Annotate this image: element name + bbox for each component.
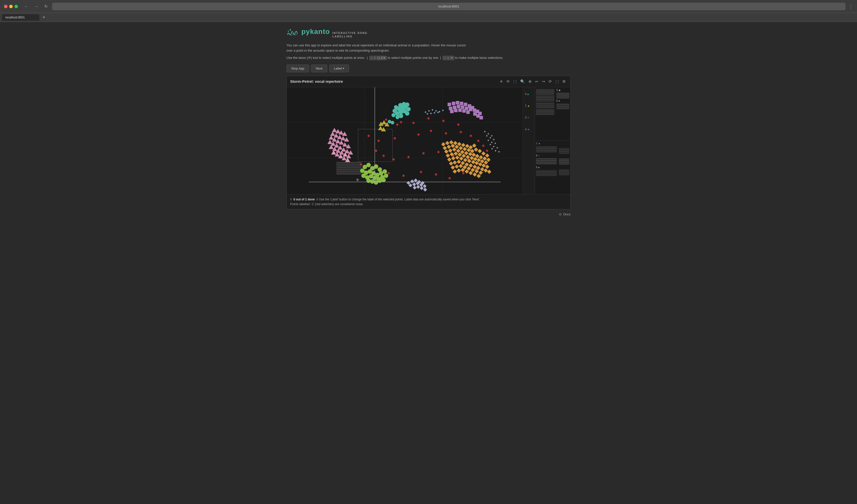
box-select-tool-button[interactable]: ⬚ — [512, 79, 518, 84]
next-button[interactable]: Next — [311, 65, 327, 72]
svg-text:✱: ✱ — [469, 134, 472, 138]
svg-point-227 — [366, 163, 371, 167]
legend-right-5: 5 — [556, 89, 558, 91]
redo-button[interactable]: ↪ — [541, 79, 547, 84]
svg-text:✱: ✱ — [375, 149, 377, 153]
label-dropdown-button[interactable]: Label — [329, 65, 349, 72]
forward-button[interactable]: → — [33, 3, 40, 10]
url-bar[interactable] — [52, 3, 845, 10]
svg-rect-86 — [463, 109, 466, 113]
svg-rect-83 — [450, 110, 454, 113]
legend-item-4: 4 ★ — [524, 128, 534, 131]
svg-point-245 — [366, 179, 371, 183]
svg-text:✱: ✱ — [367, 134, 370, 138]
svg-text:✱: ✱ — [437, 150, 440, 154]
svg-text:✱: ✱ — [377, 139, 380, 143]
svg-rect-158 — [472, 153, 476, 157]
logo-subtitle-line2: LABELLING — [332, 35, 367, 38]
legend-sym-9: ■ — [538, 166, 540, 169]
zoom-in-button[interactable]: ⊕ — [527, 79, 533, 84]
settings-tool-button[interactable]: ⚙ — [561, 79, 567, 84]
svg-text:✱: ✱ — [430, 129, 433, 133]
svg-point-244 — [384, 173, 388, 178]
svg-text:✦: ✦ — [426, 112, 429, 116]
svg-rect-174 — [447, 157, 451, 162]
legend-num-0: 0 — [524, 93, 526, 96]
logo-area: pykanto INTERACTIVE SONG LABELLING — [286, 27, 571, 39]
svg-text:✱: ✱ — [459, 130, 463, 134]
close-button[interactable] — [4, 5, 7, 8]
logo-text: pykanto INTERACTIVE SONG LABELLING — [301, 28, 367, 38]
toolbar: Stop App Next Label — [286, 65, 571, 72]
maximize-button[interactable] — [15, 5, 18, 8]
svg-rect-210 — [476, 174, 481, 178]
bottom-left-spec-column: 7 ▼ 8 + — [535, 141, 558, 195]
docs-link[interactable]: ⊙ Docs — [286, 212, 571, 216]
legend-sym-8: + — [538, 154, 540, 157]
legend-num-1: 1 — [524, 104, 526, 107]
left-spec-column — [535, 87, 555, 141]
svg-text:✱: ✱ — [462, 171, 465, 175]
svg-point-229 — [374, 164, 379, 169]
undo-button[interactable]: ↩ — [534, 79, 540, 84]
svg-rect-163 — [446, 153, 450, 157]
legend-right-9: 9 — [536, 166, 537, 169]
svg-marker-105 — [329, 135, 334, 139]
svg-text:✱: ✱ — [407, 155, 410, 159]
svg-point-53 — [392, 113, 396, 117]
svg-rect-150 — [485, 153, 489, 157]
svg-rect-176 — [455, 155, 459, 159]
svg-rect-204 — [453, 169, 457, 173]
svg-rect-80 — [473, 108, 476, 112]
svg-rect-173 — [484, 160, 488, 165]
svg-text:✱: ✱ — [417, 133, 420, 137]
svg-rect-259 — [423, 184, 427, 188]
legend-sidebar: 0 ● 1 ▲ 2 + — [523, 87, 535, 195]
svg-rect-67 — [448, 103, 451, 106]
svg-point-52 — [394, 105, 398, 109]
svg-text:✱: ✱ — [400, 120, 403, 124]
back-button[interactable]: ← — [23, 3, 30, 10]
svg-text:✦: ✦ — [487, 138, 490, 142]
svg-rect-90 — [480, 116, 483, 119]
lasso-tool-button[interactable]: ⟳ — [505, 79, 511, 84]
svg-rect-251 — [410, 180, 414, 183]
svg-text:✱: ✱ — [444, 131, 448, 135]
svg-text:✦: ✦ — [485, 134, 488, 138]
legend-sym-5: ◆ — [559, 89, 560, 91]
lavender-diamond-points — [406, 179, 427, 192]
svg-rect-205 — [457, 168, 461, 172]
reset-button[interactable]: ⟳ — [548, 79, 553, 84]
minimize-button[interactable] — [9, 5, 13, 8]
svg-text:✦: ✦ — [489, 142, 492, 147]
svg-rect-71 — [464, 103, 467, 106]
save-button[interactable]: ⬚ — [554, 79, 560, 84]
svg-text:✱: ✱ — [457, 123, 460, 127]
reload-button[interactable]: ↻ — [43, 3, 49, 10]
svg-text:✱: ✱ — [402, 174, 405, 178]
svg-rect-76 — [457, 105, 460, 108]
description: You can use this app to explore and labe… — [286, 43, 486, 53]
active-tab[interactable]: localhost:8501 — [2, 14, 39, 21]
github-icon: ⊙ — [559, 212, 561, 216]
pink-triangle-points — [327, 128, 353, 162]
svg-rect-252 — [414, 179, 418, 183]
legend-symbol-4: ★ — [527, 128, 530, 131]
more-options-button[interactable]: ⋮ — [848, 4, 853, 9]
legend-sym-7: ▼ — [538, 142, 541, 145]
svg-point-56 — [391, 121, 394, 124]
svg-text:✦: ✦ — [433, 111, 436, 115]
docs-label: Docs — [563, 212, 571, 216]
stop-app-button[interactable]: Stop App — [286, 65, 309, 72]
svg-point-54 — [396, 115, 400, 119]
pan-tool-button[interactable]: ✛ — [499, 79, 504, 84]
browser-chrome: ← → ↻ ⋮ — [0, 0, 857, 13]
add-tab-button[interactable]: + — [40, 14, 47, 21]
svg-rect-156 — [464, 151, 468, 155]
zoom-tool-button[interactable]: 🔍 — [519, 79, 526, 84]
status-line2: Points labelled '-1' (red asterisks) are… — [290, 202, 364, 206]
svg-rect-136 — [465, 144, 469, 148]
legend-num-2: 2 — [524, 116, 526, 119]
spec-thumb — [536, 89, 554, 95]
scatter-plot-area[interactable]: ✱ ✱ ✱ ✱ ✱ ✱ ✱ ✱ ✱ ✱ ✱ ✱ ✱ ✱ ✱ — [287, 87, 523, 195]
